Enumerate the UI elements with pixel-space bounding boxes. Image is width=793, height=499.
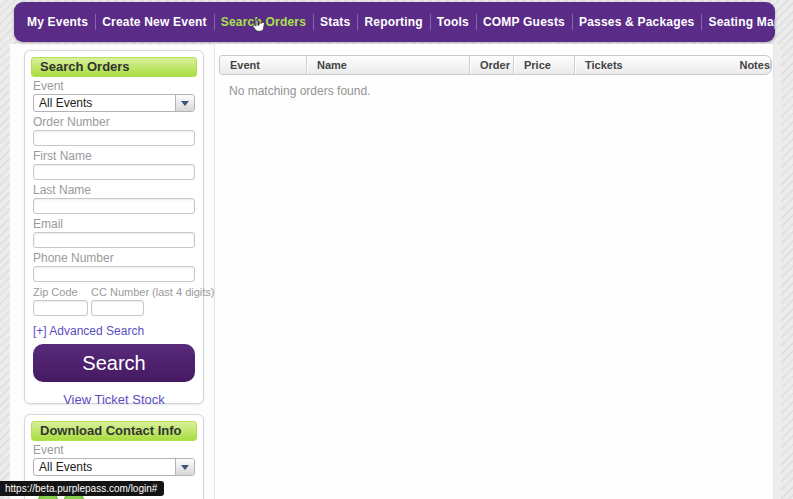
zip-cc-row: Zip Code CC Number (last 4 digits) <box>33 287 195 316</box>
form-field: Last Name <box>33 185 195 214</box>
column-header: Name <box>307 56 470 74</box>
nav-item-label: Passes & Packages <box>579 15 694 29</box>
scrollbar[interactable] <box>773 44 781 499</box>
cc-number-field: CC Number (last 4 digits) <box>91 287 214 316</box>
event-label: Event <box>33 445 195 456</box>
zip-code-label: Zip Code <box>33 287 88 298</box>
zip-code-field: Zip Code <box>33 287 88 316</box>
column-header: Notes <box>729 56 771 74</box>
search-button[interactable]: Search <box>33 344 195 382</box>
field-input[interactable] <box>33 232 195 248</box>
field-label: Email <box>33 219 195 230</box>
nav-item[interactable]: COMP Guests <box>476 2 572 42</box>
field-label: Phone Number <box>33 253 195 264</box>
orders-table: Event Name Order Actions Price Tickets N… <box>214 44 774 499</box>
nav-item[interactable]: Seating Maps <box>701 2 775 42</box>
nav-item[interactable]: Create New Event <box>95 2 214 42</box>
column-header: Event <box>220 56 307 74</box>
chevron-down-icon <box>181 465 189 470</box>
nav-item-label: My Events <box>27 15 88 29</box>
nav-item-label: Reporting <box>364 15 422 29</box>
event-select[interactable]: All Events <box>33 94 195 112</box>
cc-number-input[interactable] <box>91 300 144 316</box>
nav-item-label: Seating Maps <box>708 15 775 29</box>
field-input[interactable] <box>33 266 195 282</box>
event-select-value: All Events <box>34 459 175 475</box>
nav-item-label: Create New Event <box>102 15 207 29</box>
panel-title: Download Contact Info <box>31 421 197 441</box>
field-label: Last Name <box>33 185 195 196</box>
form-field: Email <box>33 219 195 248</box>
column-header: Order Actions <box>470 56 514 74</box>
form-field: Order Number <box>33 117 195 146</box>
search-form: Event All Events Order Number First Name… <box>31 81 197 407</box>
search-orders-panel: Search Orders Event All Events Order Num… <box>24 50 204 404</box>
event-label: Event <box>33 81 195 92</box>
top-nav: My Events Create New Event Search Orders… <box>14 2 775 42</box>
status-url-tooltip: https://beta.purplepass.com/login# <box>0 481 164 496</box>
nav-item[interactable]: My Events <box>20 2 95 42</box>
nav-item[interactable]: Passes & Packages <box>572 2 701 42</box>
empty-results-message: No matching orders found. <box>229 84 770 98</box>
nav-item-label: Stats <box>320 15 350 29</box>
form-field: Phone Number <box>33 253 195 282</box>
zip-code-input[interactable] <box>33 300 88 316</box>
field-input[interactable] <box>33 198 195 214</box>
view-ticket-stock-link[interactable]: View Ticket Stock <box>33 392 195 407</box>
select-dropdown-button[interactable] <box>175 459 194 475</box>
column-header: Price <box>514 56 575 74</box>
nav-items: My Events Create New Event Search Orders… <box>20 2 775 42</box>
field-label: Order Number <box>33 117 195 128</box>
nav-item[interactable]: Reporting <box>357 2 429 42</box>
select-dropdown-button[interactable] <box>175 95 194 111</box>
cc-number-label: CC Number (last 4 digits) <box>91 287 214 298</box>
chevron-down-icon <box>181 101 189 106</box>
form-field: First Name <box>33 151 195 180</box>
nav-item-label: Tools <box>437 15 469 29</box>
hand-cursor-icon <box>252 18 266 38</box>
panel-title: Search Orders <box>31 57 197 77</box>
orders-table-header: Event Name Order Actions Price Tickets N… <box>219 55 772 75</box>
column-header: Tickets <box>575 56 729 74</box>
nav-item[interactable]: Tools <box>430 2 476 42</box>
nav-item-label: COMP Guests <box>483 15 565 29</box>
event-select-value: All Events <box>34 95 175 111</box>
download-event-select[interactable]: All Events <box>33 458 195 476</box>
field-input[interactable] <box>33 130 195 146</box>
field-label: First Name <box>33 151 195 162</box>
search-fields: Order Number First Name Last Name Email <box>33 117 195 282</box>
advanced-search-link[interactable]: [+] Advanced Search <box>33 324 144 338</box>
nav-item[interactable]: Stats <box>313 2 357 42</box>
field-input[interactable] <box>33 164 195 180</box>
